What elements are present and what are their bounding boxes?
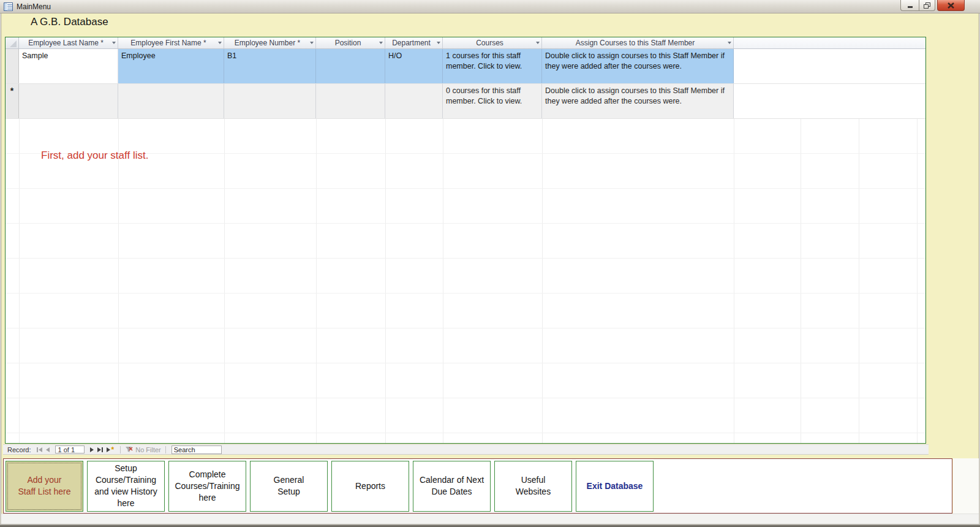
calendar-due-dates-button[interactable]: Calendar of Next Due Dates [413,461,491,512]
datasheet-empty-area: First, add your staff list. [6,119,925,443]
general-setup-button[interactable]: General Setup [250,461,328,512]
cell-position[interactable] [316,84,385,118]
previous-record-button[interactable] [46,447,50,452]
record-position-box[interactable]: 1 of 1 [55,445,85,453]
search-input[interactable] [172,445,222,454]
window-controls [900,0,965,11]
chevron-down-icon[interactable] [437,42,440,44]
cell-courses[interactable]: 1 courses for this staff member. Click t… [443,49,542,83]
last-record-button[interactable] [97,447,103,452]
page-title: A G.B. Database [31,16,108,28]
title-bar: MainMenu [0,0,980,13]
footer-right-filler [953,458,979,514]
new-record-button[interactable]: * [107,447,115,452]
cell-position[interactable] [316,49,385,83]
setup-course-training-button[interactable]: Setup Course/Training and view History h… [87,461,165,512]
no-filter-button[interactable]: No Filter [125,446,161,453]
record-label: Record: [7,446,31,453]
datasheet-header-row: Employee Last Name * Employee First Name… [6,37,925,49]
cell-employee-number[interactable]: B1 [224,49,316,83]
chevron-down-icon[interactable] [310,42,314,44]
column-header-department[interactable]: Department [385,37,443,48]
exit-database-button[interactable]: Exit Database [576,461,654,512]
complete-courses-button[interactable]: Complete Courses/Training here [168,461,246,512]
chevron-down-icon[interactable] [536,42,540,44]
close-button[interactable] [937,0,965,11]
row-filler [734,84,925,118]
cell-courses[interactable]: 0 courses for this staff member. Click t… [443,84,542,118]
column-header-position[interactable]: Position [316,37,385,48]
chevron-down-icon[interactable] [218,42,222,44]
cell-last-name[interactable]: Sample [19,49,118,83]
cell-department[interactable]: H/O [385,49,443,83]
restore-button[interactable] [919,0,935,11]
row-filler [734,49,925,83]
row-selector[interactable] [6,49,19,83]
column-header-number[interactable]: Employee Number * [224,37,316,48]
cell-employee-number[interactable] [224,84,316,118]
column-header-filler [734,37,925,48]
first-record-button[interactable] [37,447,42,452]
form-icon [4,2,13,11]
add-staff-list-button[interactable]: Add your Staff List here [6,461,83,512]
application-window: MainMenu A G.B. Database Em [0,0,980,527]
record-navigator: Record: 1 of 1 * No Filter [3,444,929,455]
useful-websites-button[interactable]: Useful Websites [494,461,572,512]
navigator-divider [120,446,121,453]
window-title: MainMenu [17,2,51,11]
cell-assign-courses[interactable]: Double click to assign courses to this S… [542,84,734,118]
chevron-down-icon[interactable] [112,42,116,44]
hint-text: First, add your staff list. [41,150,148,162]
cell-last-name[interactable] [19,84,118,118]
bottom-strip [1,514,979,524]
next-record-button[interactable] [90,447,94,452]
select-all-corner[interactable] [6,37,19,48]
select-all-triangle-icon [10,40,17,47]
cell-first-name[interactable]: Employee [118,49,224,83]
staff-datasheet: Employee Last Name * Employee First Name… [5,37,926,444]
no-filter-label: No Filter [135,446,161,453]
reports-button[interactable]: Reports [331,461,409,512]
column-header-first-name[interactable]: Employee First Name * [118,37,224,48]
chevron-down-icon[interactable] [728,42,731,44]
minimize-button[interactable] [900,0,919,11]
cell-first-name[interactable] [118,84,224,118]
filter-funnel-icon [125,446,133,453]
column-header-last-name[interactable]: Employee Last Name * [19,37,118,48]
column-header-courses[interactable]: Courses [443,37,542,48]
menu-button-bar: Add your Staff List here Setup Course/Tr… [3,458,952,514]
cell-assign-courses[interactable]: Double click to assign courses to this S… [542,49,734,83]
chevron-down-icon[interactable] [379,42,383,44]
navigator-divider [165,446,166,453]
column-header-assign-courses[interactable]: Assign Courses to this Staff Member [542,37,734,48]
new-record-selector[interactable]: * [6,84,19,118]
cell-department[interactable] [385,84,443,118]
table-row: Sample Employee B1 H/O 1 courses for thi… [6,49,925,84]
new-record-row: * 0 courses for this staff member. Click… [6,84,925,119]
